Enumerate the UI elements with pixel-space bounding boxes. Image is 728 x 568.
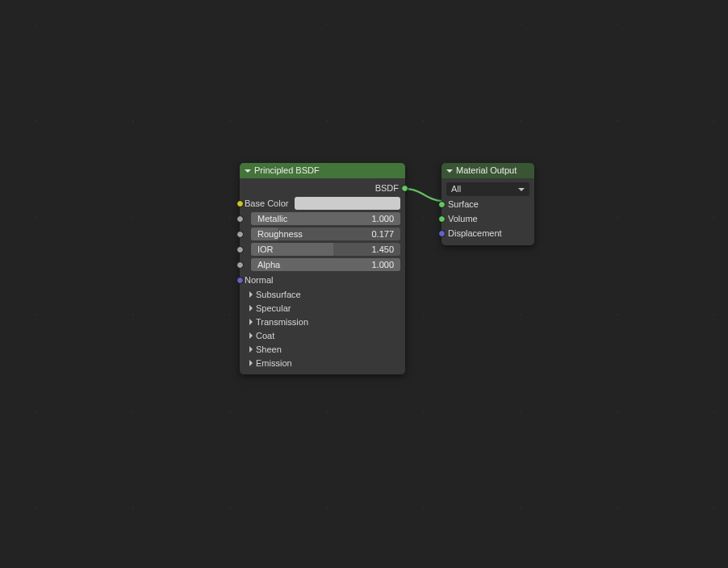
node-material-output[interactable]: Material Output All Surface Volume <box>441 163 534 245</box>
socket-shader-in[interactable] <box>438 215 446 223</box>
panel-label: Coat <box>256 331 274 340</box>
panel-label: Subsurface <box>256 290 301 299</box>
node-header[interactable]: Material Output <box>441 163 534 178</box>
field-value: 1.450 <box>371 243 394 256</box>
panel-transmission[interactable]: Transmission <box>245 315 400 328</box>
socket-float-in[interactable] <box>236 261 244 269</box>
target-dropdown[interactable]: All <box>446 182 529 196</box>
field-label: IOR <box>257 243 274 256</box>
input-normal: Normal <box>245 273 400 287</box>
node-principled-bsdf[interactable]: Principled BSDF BSDF Base Color Metallic <box>240 163 405 374</box>
chevron-right-icon <box>249 360 253 366</box>
socket-float-in[interactable] <box>236 215 244 223</box>
socket-vector-in[interactable] <box>438 230 446 237</box>
slider-metallic[interactable]: Metallic 1.000 <box>251 212 400 225</box>
color-swatch[interactable] <box>295 197 400 210</box>
socket-float-in[interactable] <box>236 246 244 253</box>
input-label: Displacement <box>448 228 502 238</box>
chevron-down-icon <box>446 169 453 173</box>
panel-emission[interactable]: Emission <box>245 356 400 370</box>
output-bsdf[interactable]: BSDF <box>245 181 400 195</box>
socket-color-in[interactable] <box>236 200 244 207</box>
socket-shader-out[interactable] <box>401 185 408 192</box>
node-title: Material Output <box>456 163 517 178</box>
panel-label: Specular <box>256 303 291 313</box>
target-row: All <box>446 182 529 197</box>
panel-label: Transmission <box>256 317 308 327</box>
input-metallic: Metallic 1.000 <box>245 211 400 226</box>
output-label: BSDF <box>375 183 399 193</box>
panel-sheen[interactable]: Sheen <box>245 342 400 356</box>
panel-label: Sheen <box>256 345 282 354</box>
chevron-right-icon <box>249 332 253 339</box>
input-ior: IOR 1.450 <box>245 242 400 257</box>
node-body: BSDF Base Color Metallic 1.000 <box>240 178 405 374</box>
input-base-color: Base Color <box>245 196 400 211</box>
field-value: 0.177 <box>371 228 394 240</box>
chevron-down-icon <box>518 188 525 191</box>
node-title: Principled BSDF <box>254 163 320 178</box>
field-value: 1.000 <box>371 258 394 271</box>
input-label: Surface <box>448 199 479 209</box>
slider-roughness[interactable]: Roughness 0.177 <box>251 228 400 240</box>
field-label: Alpha <box>257 258 280 271</box>
input-volume[interactable]: Volume <box>446 211 529 226</box>
node-editor-canvas[interactable]: Principled BSDF BSDF Base Color Metallic <box>0 0 728 568</box>
chevron-right-icon <box>249 291 253 298</box>
input-surface[interactable]: Surface <box>446 197 529 211</box>
panel-label: Emission <box>256 358 292 368</box>
field-label: Normal <box>245 275 273 285</box>
node-body: All Surface Volume Displacement <box>441 178 534 245</box>
field-label: Base Color <box>245 198 288 208</box>
field-label: Metallic <box>257 212 287 225</box>
socket-shader-in[interactable] <box>438 201 446 208</box>
slider-alpha[interactable]: Alpha 1.000 <box>251 258 400 271</box>
chevron-right-icon <box>249 346 253 353</box>
chevron-right-icon <box>249 319 253 325</box>
field-value: 1.000 <box>371 212 394 225</box>
socket-float-in[interactable] <box>236 231 244 238</box>
input-label: Volume <box>448 214 478 223</box>
input-roughness: Roughness 0.177 <box>245 227 400 241</box>
field-label: Roughness <box>257 228 303 240</box>
dropdown-value: All <box>451 182 461 196</box>
panel-coat[interactable]: Coat <box>245 328 400 342</box>
slider-ior[interactable]: IOR 1.450 <box>251 243 400 256</box>
input-alpha: Alpha 1.000 <box>245 257 400 272</box>
input-displacement[interactable]: Displacement <box>446 226 529 240</box>
panel-subsurface[interactable]: Subsurface <box>245 287 400 301</box>
panel-specular[interactable]: Specular <box>245 301 400 315</box>
chevron-right-icon <box>249 305 253 311</box>
node-header[interactable]: Principled BSDF <box>240 163 405 178</box>
chevron-down-icon <box>245 169 251 173</box>
socket-vector-in[interactable] <box>236 277 244 284</box>
